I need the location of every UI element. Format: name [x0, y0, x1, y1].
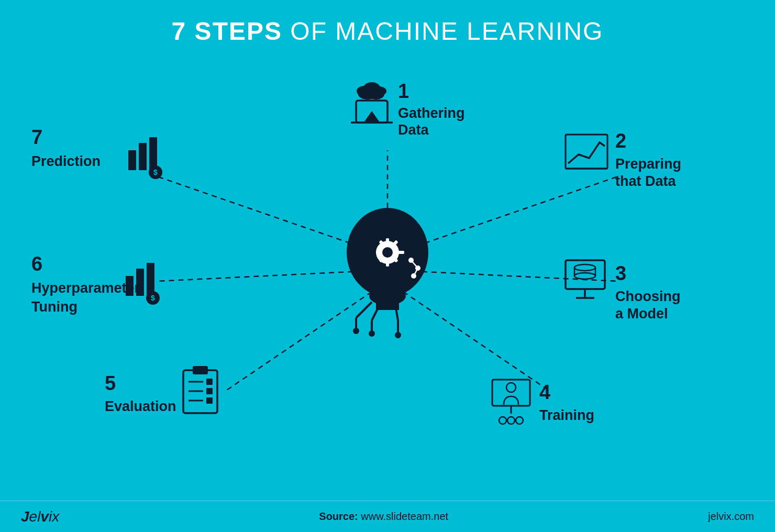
- svg-text:1: 1: [398, 80, 409, 102]
- svg-text:Tuning: Tuning: [31, 299, 78, 315]
- svg-point-31: [411, 273, 416, 279]
- svg-rect-87: [139, 143, 147, 170]
- svg-text:$: $: [153, 168, 158, 176]
- svg-rect-80: [147, 263, 154, 296]
- svg-point-29: [408, 258, 414, 263]
- footer-source: Source: www.slideteam.net: [319, 511, 448, 523]
- svg-rect-19: [392, 257, 398, 262]
- svg-text:Hyperparameter: Hyperparameter: [31, 280, 140, 296]
- svg-rect-45: [566, 135, 607, 169]
- svg-text:Gathering: Gathering: [398, 105, 465, 121]
- svg-point-64: [507, 417, 515, 424]
- svg-text:7: 7: [31, 126, 42, 148]
- svg-point-40: [358, 89, 377, 99]
- svg-rect-88: [149, 137, 157, 170]
- svg-point-37: [357, 86, 371, 96]
- svg-point-81: [146, 291, 160, 305]
- svg-point-56: [574, 273, 595, 279]
- svg-rect-14: [376, 251, 382, 254]
- svg-point-41: [368, 89, 384, 99]
- diagram-area: 1 Gathering Data 2 Preparing that Data 3: [0, 56, 775, 485]
- brand-logo: Jelvix: [21, 508, 59, 525]
- svg-point-11: [382, 247, 393, 258]
- svg-line-4: [225, 286, 380, 391]
- svg-line-1: [398, 176, 618, 252]
- svg-rect-78: [126, 276, 134, 296]
- svg-line-33: [414, 268, 418, 276]
- svg-rect-71: [206, 379, 213, 385]
- svg-rect-34: [356, 101, 388, 123]
- svg-rect-13: [386, 260, 389, 267]
- svg-line-20: [356, 302, 372, 318]
- svg-rect-16: [379, 240, 384, 246]
- svg-rect-86: [128, 150, 136, 170]
- svg-point-7: [347, 208, 428, 297]
- svg-rect-75: [206, 397, 213, 404]
- svg-marker-36: [364, 111, 379, 121]
- svg-point-53: [574, 264, 595, 271]
- title-light: OF MACHINE LEARNING: [282, 17, 603, 45]
- svg-line-5: [157, 271, 372, 281]
- svg-point-62: [506, 383, 516, 392]
- svg-point-65: [516, 417, 523, 424]
- svg-rect-15: [398, 251, 404, 254]
- title-bold: 7 STEPS: [172, 17, 282, 45]
- svg-line-26: [395, 305, 398, 320]
- svg-text:$: $: [151, 294, 155, 302]
- svg-text:that Data: that Data: [615, 173, 676, 189]
- svg-rect-79: [136, 269, 144, 296]
- svg-line-3: [395, 286, 550, 391]
- svg-rect-60: [492, 380, 530, 406]
- svg-point-25: [369, 330, 375, 337]
- svg-rect-68: [183, 370, 217, 413]
- svg-rect-12: [386, 238, 389, 245]
- svg-line-32: [411, 260, 418, 268]
- footer: Jelvix Source: www.slideteam.net jelvix.…: [0, 501, 775, 532]
- svg-text:Data: Data: [398, 122, 429, 138]
- svg-point-63: [499, 417, 506, 424]
- svg-point-22: [353, 328, 359, 334]
- svg-text:Evaluation: Evaluation: [105, 398, 176, 414]
- svg-text:Choosing: Choosing: [615, 289, 680, 304]
- svg-line-2: [403, 271, 618, 281]
- svg-text:3: 3: [615, 262, 626, 284]
- svg-text:2: 2: [615, 130, 626, 152]
- svg-text:4: 4: [539, 381, 550, 403]
- svg-point-9: [369, 286, 406, 305]
- svg-point-89: [149, 165, 162, 179]
- svg-rect-50: [566, 260, 605, 289]
- svg-rect-18: [379, 257, 384, 262]
- diagram-svg: 1 Gathering Data 2 Preparing that Data 3: [0, 56, 775, 485]
- svg-point-28: [395, 332, 401, 338]
- svg-point-30: [415, 265, 420, 271]
- svg-point-38: [363, 82, 380, 94]
- svg-text:Prediction: Prediction: [31, 153, 101, 169]
- svg-line-6: [157, 176, 377, 252]
- svg-text:Preparing: Preparing: [615, 156, 681, 172]
- svg-text:5: 5: [105, 372, 116, 394]
- svg-text:6: 6: [31, 253, 42, 275]
- svg-text:Training: Training: [539, 407, 594, 423]
- svg-point-10: [376, 241, 399, 264]
- svg-text:a Model: a Model: [615, 306, 668, 322]
- svg-line-23: [372, 305, 380, 320]
- svg-rect-73: [206, 388, 213, 394]
- footer-url: jelvix.com: [708, 511, 754, 523]
- svg-rect-17: [392, 240, 398, 246]
- svg-rect-8: [376, 292, 399, 310]
- page-title: 7 STEPS OF MACHINE LEARNING: [0, 0, 775, 46]
- svg-rect-69: [193, 366, 208, 374]
- svg-point-39: [373, 86, 386, 96]
